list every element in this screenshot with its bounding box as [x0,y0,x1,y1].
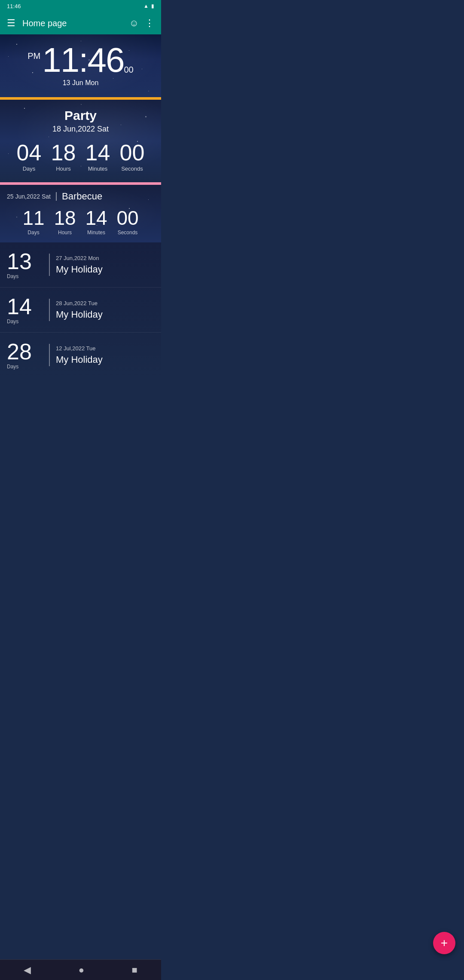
list-item[interactable]: 28 Days 12 Jul,2022 Tue My Holiday [0,333,161,377]
list-vert-line [49,254,50,276]
bbq-minutes-number: 14 [85,208,107,228]
list-days-number: 28 [7,340,32,363]
list-days-label: Days [7,273,18,279]
list-info: 28 Jun,2022 Tue My Holiday [56,300,103,320]
list-info: 12 Jul,2022 Tue My Holiday [56,345,103,365]
party-hours-item: 18 Hours [51,141,76,172]
party-countdown: 04 Days 18 Hours 14 Minutes 00 Seconds [7,141,154,172]
party-days-label: Days [23,165,36,172]
app-bar: ☰ Home page ☺ ⋮ [0,12,161,34]
list-event-name: My Holiday [56,309,103,320]
list-days-block: 13 Days [7,250,41,279]
list-days-label: Days [7,364,18,370]
bbq-days-item: 11 Days [22,208,46,236]
clock-seconds: 00 [124,65,133,74]
clock-time: PM 11:46 00 [7,43,154,77]
status-icons: ▲ ▮ [143,3,154,9]
party-minutes-label: Minutes [88,165,108,172]
party-seconds-number: 00 [120,141,145,164]
clock-date: 13 Jun Mon [7,79,154,87]
menu-icon[interactable]: ☰ [7,18,15,29]
clock-ampm: PM [27,52,40,60]
list-days-label: Days [7,318,18,325]
bbq-countdown: 11 Days 18 Hours 14 Minutes 00 Seconds [7,208,154,236]
party-card: Party 18 Jun,2022 Sat 04 Days 18 Hours 1… [0,100,161,182]
status-bar: 11:46 ▲ ▮ [0,0,161,12]
list-info: 27 Jun,2022 Mon My Holiday [56,255,103,275]
party-date: 18 Jun,2022 Sat [7,125,154,134]
list-event-date: 28 Jun,2022 Tue [56,300,103,306]
party-days-number: 04 [17,141,42,164]
list-days-number: 13 [7,250,32,273]
bbq-days-label: Days [27,230,39,236]
list-event-name: My Holiday [56,354,103,365]
bbq-hours-label: Hours [58,230,72,236]
bbq-seconds-label: Seconds [118,230,138,236]
signal-icon: ▲ [143,3,149,9]
party-title: Party [7,108,154,123]
bbq-hours-item: 18 Hours [53,208,77,236]
more-icon[interactable]: ⋮ [145,18,154,29]
bbq-divider-line [56,192,57,201]
clock-section: PM 11:46 00 13 Jun Mon [0,34,161,97]
bbq-seconds-item: 00 Seconds [116,208,140,236]
party-minutes-item: 14 Minutes [85,141,111,172]
barbecue-section: 25 Jun,2022 Sat Barbecue 11 Days 18 Hour… [0,185,161,242]
bbq-hours-number: 18 [54,208,76,228]
bbq-minutes-item: 14 Minutes [85,208,108,236]
party-days-item: 04 Days [16,141,42,172]
list-section: 13 Days 27 Jun,2022 Mon My Holiday 14 Da… [0,242,161,377]
party-seconds-item: 00 Seconds [119,141,145,172]
party-hours-number: 18 [51,141,76,164]
list-vert-line [49,299,50,321]
battery-icon: ▮ [151,3,154,9]
list-vert-line [49,344,50,366]
bbq-name: Barbecue [62,191,102,202]
smiley-icon[interactable]: ☺ [129,18,139,29]
party-hours-label: Hours [56,165,71,172]
bbq-date: 25 Jun,2022 Sat [7,193,51,200]
app-bar-title: Home page [22,18,129,28]
party-seconds-label: Seconds [121,165,143,172]
bbq-days-number: 11 [22,208,44,228]
party-minutes-number: 14 [85,141,110,164]
bbq-seconds-number: 00 [116,208,138,228]
list-days-block: 14 Days [7,295,41,325]
app-bar-actions: ☺ ⋮ [129,18,154,29]
list-item[interactable]: 14 Days 28 Jun,2022 Tue My Holiday [0,288,161,332]
list-item[interactable]: 13 Days 27 Jun,2022 Mon My Holiday [0,242,161,287]
list-event-date: 12 Jul,2022 Tue [56,345,103,352]
list-days-block: 28 Days [7,340,41,370]
clock-hhmm: 11:46 [42,43,124,77]
list-event-name: My Holiday [56,264,103,275]
status-time: 11:46 [7,3,21,9]
list-days-number: 14 [7,295,32,318]
list-event-date: 27 Jun,2022 Mon [56,255,103,261]
bbq-minutes-label: Minutes [87,230,105,236]
bbq-header: 25 Jun,2022 Sat Barbecue [7,191,154,202]
